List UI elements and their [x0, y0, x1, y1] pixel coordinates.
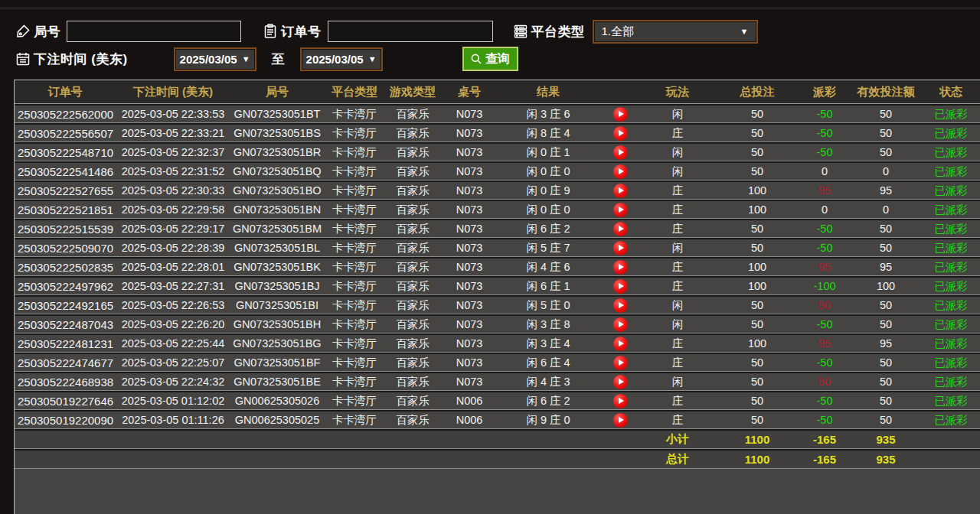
play-video-icon[interactable] — [613, 337, 628, 351]
cell-valid-bet: 50 — [848, 410, 924, 429]
cell-order-no: 250305222521851 — [15, 200, 116, 219]
play-video-icon[interactable] — [613, 317, 628, 332]
cell-result: 闲 4 庄 6 — [498, 257, 598, 276]
cell-result: 闲 6 庄 2 — [498, 219, 598, 238]
play-video-icon[interactable] — [613, 184, 628, 198]
cell-bet-time: 2025-03-05 22:29:58 — [116, 200, 230, 219]
grand-total-payout: -165 — [802, 449, 848, 469]
cell-payout: 95 — [802, 181, 848, 200]
filter-bar: 局号 订单号 平台类型 1.全部 ▼ 下注时间 (美东) 2025/03/05 … — [0, 0, 980, 80]
subtotal-status-spacer — [924, 429, 978, 449]
cell-game-no: GN073253051BL — [230, 238, 324, 257]
cell-game-no: GN00625305025 — [230, 410, 324, 429]
play-video-icon[interactable] — [613, 375, 628, 389]
cell-table-no: N073 — [440, 295, 498, 314]
cell-total-bet: 50 — [713, 410, 802, 429]
col-bet-time: 下注时间 (美东) — [116, 80, 230, 104]
date-to-select[interactable]: 2025/03/05 ▼ — [300, 47, 383, 71]
cell-play-type: 闲 — [642, 161, 713, 181]
table-row: 2503052225028352025-03-05 22:28:01GN0732… — [15, 257, 980, 276]
cell-replay — [598, 295, 642, 314]
grand-total-label: 总计 — [642, 449, 713, 469]
cell-game-type: 百家乐 — [385, 219, 440, 238]
play-video-icon[interactable] — [613, 394, 628, 408]
cell-game-no: GN073253051BM — [230, 219, 324, 238]
cell-replay — [598, 200, 642, 219]
cell-game-type: 百家乐 — [385, 391, 440, 410]
cell-replay — [598, 219, 642, 238]
cell-replay — [598, 161, 642, 181]
play-video-icon[interactable] — [613, 126, 628, 141]
play-video-icon[interactable] — [613, 298, 628, 313]
cell-order-no: 250305222502835 — [15, 257, 116, 276]
cell-payout: -50 — [802, 353, 848, 372]
cell-status: 已派彩 — [924, 410, 978, 429]
play-video-icon[interactable] — [613, 107, 628, 122]
cell-bet-time: 2025-03-05 22:33:21 — [116, 123, 230, 142]
cell-valid-bet: 50 — [848, 314, 924, 333]
play-video-icon[interactable] — [613, 260, 628, 275]
cell-total-bet: 50 — [713, 314, 802, 333]
cell-replay — [598, 314, 642, 333]
subtotal-valid-bet: 935 — [848, 429, 924, 449]
cell-result: 闲 0 庄 0 — [498, 200, 598, 219]
cell-table-no: N073 — [440, 314, 498, 333]
play-video-icon[interactable] — [613, 413, 628, 428]
search-icon — [470, 53, 483, 66]
cell-game-type: 百家乐 — [385, 181, 440, 200]
cell-valid-bet: 50 — [848, 142, 924, 161]
cell-valid-bet: 95 — [848, 181, 924, 200]
cell-payout: 0 — [802, 200, 848, 219]
cell-total-bet: 50 — [713, 219, 802, 238]
play-video-icon[interactable] — [613, 356, 628, 370]
cell-play-type: 庄 — [642, 257, 713, 276]
cell-order-no: 250305222474677 — [15, 353, 116, 372]
date-to-value: 2025/03/05 — [306, 53, 364, 66]
cell-platform: 卡卡湾厅 — [324, 295, 385, 314]
cell-total-bet: 100 — [713, 200, 802, 219]
play-video-icon[interactable] — [613, 145, 628, 160]
cell-game-no: GN073253051BG — [230, 333, 324, 353]
cell-play-type: 庄 — [642, 353, 713, 372]
cell-total-bet: 50 — [713, 353, 802, 372]
cell-play-type: 庄 — [642, 391, 713, 410]
cell-payout: -50 — [802, 142, 848, 161]
cell-result: 闲 5 庄 7 — [498, 238, 598, 257]
cell-game-no: GN073253051BS — [230, 123, 324, 142]
cell-bet-time: 2025-03-05 22:26:20 — [116, 314, 230, 333]
cell-bet-time: 2025-03-05 22:30:33 — [116, 181, 230, 200]
cell-play-type: 闲 — [642, 372, 713, 391]
cell-game-type: 百家乐 — [385, 142, 440, 161]
cell-game-no: GN00625305026 — [230, 391, 324, 410]
grand-total-total-bet: 1100 — [713, 449, 802, 469]
cell-platform: 卡卡湾厅 — [324, 219, 385, 238]
cell-table-no: N073 — [440, 276, 498, 295]
clipboard-icon — [263, 24, 278, 39]
order-no-input[interactable] — [328, 21, 493, 42]
cell-platform: 卡卡湾厅 — [324, 123, 385, 142]
play-video-icon[interactable] — [613, 241, 628, 255]
cell-result: 闲 5 庄 0 — [498, 295, 598, 314]
search-button[interactable]: 查询 — [462, 47, 518, 71]
play-video-icon[interactable] — [613, 279, 628, 294]
cell-replay — [598, 238, 642, 257]
cell-result: 闲 8 庄 4 — [498, 123, 598, 142]
play-video-icon[interactable] — [613, 203, 628, 217]
date-from-select[interactable]: 2025/03/05 ▼ — [174, 47, 256, 71]
game-no-label: 局号 — [34, 23, 60, 41]
table-row: 2503052224979622025-03-05 22:27:31GN0732… — [15, 276, 980, 295]
cell-bet-time: 2025-03-05 01:12:02 — [116, 391, 230, 410]
cell-platform: 卡卡湾厅 — [324, 276, 385, 295]
cell-table-no: N073 — [440, 123, 498, 142]
platform-type-select[interactable]: 1.全部 ▼ — [593, 20, 758, 44]
tag-icon — [15, 24, 31, 39]
cell-total-bet: 100 — [713, 181, 802, 200]
cell-order-no: 250305222481231 — [15, 333, 116, 353]
play-video-icon[interactable] — [613, 222, 628, 236]
game-no-input[interactable] — [67, 21, 241, 42]
col-platform-type: 平台类型 — [324, 80, 385, 104]
col-total-bet: 总投注 — [713, 80, 802, 104]
play-video-icon[interactable] — [613, 164, 628, 179]
cell-bet-time: 2025-03-05 01:11:26 — [116, 410, 230, 429]
cell-game-type: 百家乐 — [385, 238, 440, 257]
